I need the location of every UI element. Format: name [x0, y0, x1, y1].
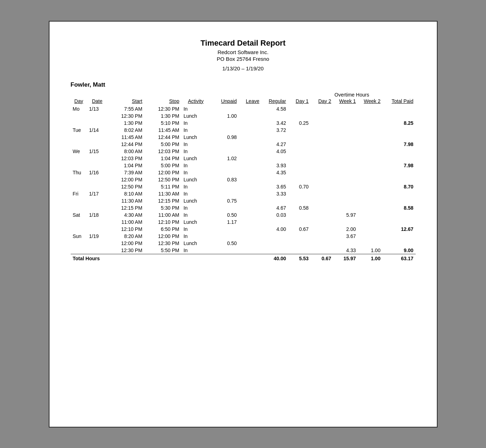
table-row: 1:30 PM5:10 PMIn3.420.258.25	[71, 120, 416, 127]
total-regular: 40.00	[262, 254, 288, 262]
total-day2: 0.67	[311, 254, 333, 262]
table-row: Sun1/198:20 AM12:00 PMIn3.67	[71, 233, 416, 240]
report-title: Timecard Detail Report	[71, 39, 416, 48]
employee-name: Fowler, Matt	[71, 81, 416, 88]
column-header-row: Day Date Start Stop Activity Unpaid Leav…	[71, 98, 416, 105]
overtime-header-label: Overtime Hours	[288, 91, 415, 98]
table-row: 11:45 AM12:44 PMLunch0.98	[71, 134, 416, 141]
table-row: 12:30 PM5:50 PMIn4.331.009.00	[71, 247, 416, 254]
total-day1: 5.53	[288, 254, 311, 262]
total-totalpaid: 63.17	[382, 254, 415, 262]
table-row: Mo1/137:55 AM12:30 PMIn4.58	[71, 105, 416, 112]
col-header-day: Day	[71, 98, 87, 105]
col-header-leave: Leave	[239, 98, 262, 105]
report-page: Timecard Detail Report Redcort Software …	[49, 21, 438, 427]
total-label: Total Hours	[71, 254, 108, 262]
report-header: Timecard Detail Report Redcort Software …	[71, 39, 416, 71]
table-row: 12:03 PM1:04 PMLunch1.02	[71, 155, 416, 162]
table-row: 12:44 PM5:00 PMIn4.277.98	[71, 141, 416, 148]
table-row: 12:00 PM12:50 PMLunch0.83	[71, 176, 416, 183]
table-row: Fri1/178:10 AM11:30 AMIn3.33	[71, 190, 416, 197]
report-dates: 1/13/20 – 1/19/20	[71, 65, 416, 71]
table-row: 12:10 PM6:50 PMIn4.000.672.0012.67	[71, 226, 416, 233]
table-row: Sat1/184:30 AM11:00 AMIn0.500.035.97	[71, 211, 416, 219]
col-header-unpaid: Unpaid	[210, 98, 239, 105]
table-row: Tue1/148:02 AM11:45 AMIn3.72	[71, 127, 416, 134]
col-header-week2: Week 2	[358, 98, 383, 105]
total-unpaid	[210, 254, 239, 262]
col-header-day2: Day 2	[311, 98, 333, 105]
report-address: PO Box 25764 Fresno	[71, 56, 416, 62]
table-row: We1/158:00 AM12:03 PMIn4.05	[71, 148, 416, 155]
table-row: 12:15 PM5:30 PMIn4.670.588.58	[71, 204, 416, 211]
col-header-totalpaid: Total Paid	[382, 98, 415, 105]
overtime-header-row: Overtime Hours	[71, 91, 416, 98]
col-header-start: Start	[107, 98, 145, 105]
total-row: Total Hours 40.00 5.53 0.67 15.97 1.00 6…	[71, 254, 416, 262]
timecard-table: Overtime Hours Day Date Start Stop Activ…	[71, 91, 416, 262]
table-row: Thu1/167:39 AM12:00 PMIn4.35	[71, 169, 416, 176]
report-company: Redcort Software Inc.	[71, 49, 416, 55]
table-row: 12:30 PM1:30 PMLunch1.00	[71, 112, 416, 120]
total-week2: 1.00	[358, 254, 383, 262]
total-week1: 15.97	[333, 254, 358, 262]
col-header-date: Date	[87, 98, 107, 105]
total-leave	[239, 254, 262, 262]
table-row: 11:30 AM12:15 PMLunch0.75	[71, 197, 416, 204]
col-header-regular: Regular	[262, 98, 288, 105]
table-row: 12:00 PM12:30 PMLunch0.50	[71, 240, 416, 247]
table-row: 11:00 AM12:10 PMLunch1.17	[71, 219, 416, 226]
col-header-stop: Stop	[145, 98, 182, 105]
col-header-activity: Activity	[181, 98, 210, 105]
col-header-day1: Day 1	[288, 98, 311, 105]
table-row: 12:50 PM5:11 PMIn3.650.708.70	[71, 183, 416, 190]
col-header-week1: Week 1	[333, 98, 358, 105]
table-row: 1:04 PM5:00 PMIn3.937.98	[71, 162, 416, 169]
